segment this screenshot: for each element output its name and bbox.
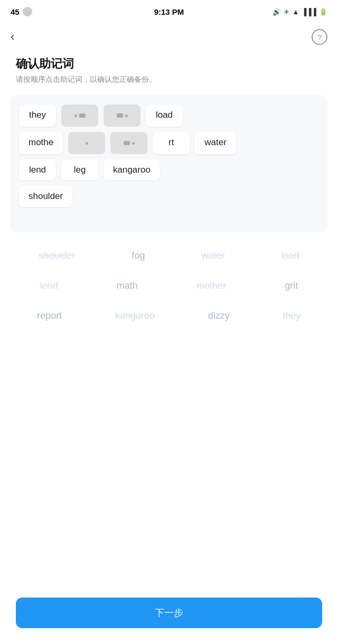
status-icons: 🔊 ✳ ▲ ▐▐▐ 🔋: [273, 8, 327, 16]
status-number: 45: [11, 7, 20, 16]
blur-dot: [125, 115, 128, 117]
avail-word-grit[interactable]: grit: [280, 278, 302, 293]
blur-dot: [124, 141, 130, 145]
avail-word-fog[interactable]: fog: [128, 248, 149, 263]
selected-word-shoulder[interactable]: shoulder: [19, 186, 72, 207]
selected-word-load[interactable]: load: [146, 105, 183, 127]
status-bar: 45 9:13 PM 🔊 ✳ ▲ ▐▐▐ 🔋: [0, 0, 338, 23]
selected-row-4: shoulder: [19, 186, 319, 207]
avail-word-they[interactable]: they: [279, 308, 305, 324]
placeholder-3: [68, 132, 105, 154]
available-words-grid: shoulder fog water load lend math mother…: [11, 248, 327, 324]
wifi-icon: ▲: [292, 8, 299, 16]
avail-word-dizzy[interactable]: dizzy: [204, 308, 234, 324]
blur-dot: [117, 113, 123, 118]
status-dot-icon: [23, 7, 32, 16]
avail-row-3: report kangaroo dizzy they: [11, 308, 327, 324]
avail-word-load[interactable]: load: [277, 248, 303, 263]
page-title: 确认助记词: [16, 56, 322, 72]
placeholder-2: [104, 105, 140, 127]
avail-word-kangaroo[interactable]: kangaroo: [111, 308, 159, 324]
avail-word-lend[interactable]: lend: [36, 278, 62, 293]
avail-word-water[interactable]: water: [198, 248, 229, 263]
page-subtitle: 请按顺序点击助记词，以确认您正确备份。: [16, 75, 322, 84]
volume-icon: 🔊: [273, 8, 281, 16]
avail-word-shoulder[interactable]: shoulder: [34, 248, 79, 263]
selected-word-mother[interactable]: mothe: [19, 132, 63, 154]
selected-word-kangaroo[interactable]: kangaroo: [104, 159, 160, 181]
next-button[interactable]: 下一步: [16, 598, 322, 628]
nav-bar: ‹ ?: [0, 23, 338, 51]
blur-dot: [79, 113, 86, 118]
placeholder-4: [110, 132, 147, 154]
avail-word-math[interactable]: math: [112, 278, 142, 293]
selected-word-water[interactable]: water: [195, 132, 236, 154]
battery-icon: 🔋: [319, 8, 327, 16]
selected-row-2: mothe rt water: [19, 132, 319, 154]
avail-row-1: shoulder fog water load: [11, 248, 327, 263]
bluetooth-icon: ✳: [284, 8, 289, 16]
selected-word-rt[interactable]: rt: [153, 132, 190, 154]
help-button[interactable]: ?: [312, 29, 327, 45]
selected-word-leg[interactable]: leg: [61, 159, 98, 181]
selected-word-lend[interactable]: lend: [19, 159, 56, 181]
avail-row-2: lend math mother grit: [11, 278, 327, 293]
blur-dot: [132, 142, 135, 145]
blur-dot: [74, 115, 77, 117]
selected-words-box: they load mothe rt water lend leg kangar…: [11, 95, 327, 232]
status-left: 45: [11, 7, 32, 16]
avail-word-mother[interactable]: mother: [192, 278, 230, 293]
back-button[interactable]: ‹: [11, 30, 14, 44]
page-header: 确认助记词 请按顺序点击助记词，以确认您正确备份。: [0, 51, 338, 95]
avail-word-report[interactable]: report: [33, 308, 66, 324]
status-time: 9:13 PM: [154, 7, 184, 16]
placeholder-1: [61, 105, 98, 127]
blur-dot: [86, 142, 88, 145]
signal-icon: ▐▐▐: [302, 8, 316, 16]
selected-word-they[interactable]: they: [19, 105, 56, 127]
selected-row-3: lend leg kangaroo: [19, 159, 319, 181]
selected-row-1: they load: [19, 105, 319, 127]
